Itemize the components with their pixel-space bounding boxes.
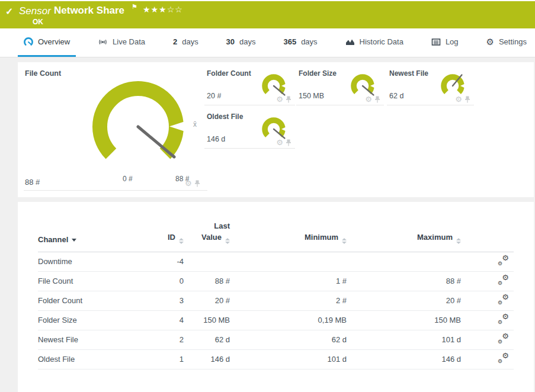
channel-maximum: 146 d xyxy=(347,349,461,369)
gauge-icon xyxy=(24,37,33,47)
sensor-header: ✓ Sensor Network Share ⚑ ★★★☆☆ OK xyxy=(0,1,535,28)
channel-minimum xyxy=(230,252,347,271)
tab-label: Historic Data xyxy=(360,37,403,46)
gear-icon: ⚙ xyxy=(498,300,502,306)
channel-name[interactable]: File Count xyxy=(38,271,145,291)
primary-gauge[interactable] xyxy=(79,76,203,177)
column-header-channel[interactable]: Channel xyxy=(38,202,145,252)
gear-icon: ⚙ xyxy=(502,352,509,359)
channel-maximum: 88 # xyxy=(347,271,461,291)
gear-icon: ⚙ xyxy=(502,274,509,281)
gauge-cell-oldest-file[interactable]: Oldest File 146 d ⚙ xyxy=(204,105,295,149)
gauge-value: 146 d xyxy=(207,135,225,143)
column-header-last-value[interactable]: Last Value xyxy=(184,202,230,252)
gauge-title: Newest File xyxy=(389,69,428,78)
channel-table: Channel ID Last Value Minimum xyxy=(38,202,514,369)
tab-30-days[interactable]: 30 days xyxy=(220,28,262,57)
pin-icon[interactable] xyxy=(464,96,470,103)
sort-arrows-icon xyxy=(342,238,347,244)
column-header-actions xyxy=(461,202,514,252)
channel-settings-icon[interactable]: ⚙⚙ xyxy=(498,354,509,364)
sort-arrows-icon xyxy=(179,238,184,244)
tab-label: Log xyxy=(446,37,459,46)
channel-name[interactable]: Downtime xyxy=(38,252,145,271)
channel-last-value xyxy=(184,252,230,271)
channel-settings-icon[interactable]: ⚙⚙ xyxy=(498,256,509,266)
tab-365-days[interactable]: 365 days xyxy=(277,28,323,57)
channel-id: 0 xyxy=(145,271,184,291)
channel-name[interactable]: Newest File xyxy=(38,330,145,349)
channel-id: -4 xyxy=(145,252,184,271)
channel-settings-icon[interactable]: ⚙⚙ xyxy=(498,275,509,285)
channel-settings-icon[interactable]: ⚙⚙ xyxy=(498,334,509,344)
channel-maximum: 101 d xyxy=(347,330,461,349)
tab-settings[interactable]: ⚙ Settings xyxy=(480,28,533,57)
column-header-minimum[interactable]: Minimum xyxy=(230,202,347,252)
gauge-scale-min: 0 # xyxy=(123,175,133,183)
column-label: Last xyxy=(214,221,230,232)
tab-label: Settings xyxy=(499,37,527,46)
gear-icon: ⚙ xyxy=(498,281,502,286)
tab-number: 2 xyxy=(173,37,177,46)
gauge-cell-folder-size[interactable]: Folder Size 150 MB ⚙ xyxy=(296,62,384,105)
primary-gauge-title: File Count xyxy=(25,69,61,78)
pin-icon[interactable] xyxy=(374,96,380,103)
gear-icon[interactable]: ⚙ xyxy=(276,95,283,103)
table-row-folder-size[interactable]: Folder Size 4 150 MB 0,19 MB 150 MB ⚙⚙ xyxy=(38,310,514,330)
channel-name[interactable]: Folder Count xyxy=(38,291,145,310)
table-row-file-count[interactable]: File Count 0 88 # 1 # 88 # ⚙⚙ xyxy=(38,271,514,291)
tab-bar: Overview Live Data 2 days 30 days 365 da… xyxy=(0,28,535,57)
gauge-title: Folder Size xyxy=(299,69,337,78)
gear-icon[interactable]: ⚙ xyxy=(455,95,462,103)
channel-last-value: 20 # xyxy=(184,291,230,310)
tab-label: days xyxy=(239,37,255,46)
tab-number: 365 xyxy=(283,37,296,46)
tab-log[interactable]: Log xyxy=(425,28,464,57)
column-label: Maximum xyxy=(417,233,453,242)
channel-last-value: 150 MB xyxy=(184,310,230,330)
tab-historic-data[interactable]: Historic Data xyxy=(339,28,409,57)
channel-maximum: 150 MB xyxy=(347,310,461,330)
gear-icon: ⚙ xyxy=(502,293,509,301)
tab-overview[interactable]: Overview xyxy=(18,28,76,57)
content-area: File Count 0 # 88 # x̄ 88 # ⚙ Folder Cou… xyxy=(0,57,535,392)
column-header-maximum[interactable]: Maximum xyxy=(347,202,461,252)
priority-stars[interactable]: ★★★☆☆ xyxy=(143,5,183,14)
gauge-cell-newest-file[interactable]: Newest File 62 d ⚙ xyxy=(387,62,474,105)
channel-minimum: 2 # xyxy=(230,291,347,310)
tab-number: 30 xyxy=(226,37,235,46)
channel-settings-icon[interactable]: ⚙⚙ xyxy=(498,295,509,305)
gear-icon[interactable]: ⚙ xyxy=(276,139,283,146)
column-header-id[interactable]: ID xyxy=(145,202,184,252)
tab-live-data[interactable]: Live Data xyxy=(92,28,151,57)
gear-icon[interactable]: ⚙ xyxy=(365,95,372,103)
pin-icon[interactable] xyxy=(194,180,200,187)
channel-name[interactable]: Oldest File xyxy=(38,349,145,369)
table-row-oldest-file[interactable]: Oldest File 1 146 d 101 d 146 d ⚙⚙ xyxy=(38,349,514,369)
tab-2-days[interactable]: 2 days xyxy=(167,28,204,57)
sort-arrows-icon xyxy=(225,238,230,244)
gear-icon: ⚙ xyxy=(498,320,502,325)
gauge-title: Folder Count xyxy=(207,69,251,78)
cell-divider xyxy=(24,190,207,191)
gear-icon[interactable]: ⚙ xyxy=(185,179,192,187)
table-row-folder-count[interactable]: Folder Count 3 20 # 2 # 20 # ⚙⚙ xyxy=(38,291,514,310)
table-row-newest-file[interactable]: Newest File 2 62 d 62 d 101 d ⚙⚙ xyxy=(38,330,514,349)
gauge-value: 62 d xyxy=(389,92,403,100)
stars-empty[interactable]: ☆☆ xyxy=(167,5,183,14)
channel-name[interactable]: Folder Size xyxy=(38,310,145,330)
gear-icon: ⚙ xyxy=(498,339,502,345)
pin-icon[interactable] xyxy=(286,96,291,103)
channel-settings-icon[interactable]: ⚙⚙ xyxy=(498,314,509,324)
table-row-downtime[interactable]: Downtime -4 ⚙⚙ xyxy=(38,252,514,271)
flag-icon[interactable]: ⚑ xyxy=(132,3,137,11)
channel-minimum: 1 # xyxy=(230,271,347,291)
column-label: Minimum xyxy=(305,233,338,242)
channel-last-value: 88 # xyxy=(184,271,230,291)
pin-icon[interactable] xyxy=(286,139,291,146)
column-label: Channel xyxy=(38,235,68,244)
gauge-title: Oldest File xyxy=(207,113,243,121)
channel-maximum: 20 # xyxy=(347,291,461,310)
gauge-cell-folder-count[interactable]: Folder Count 20 # ⚙ xyxy=(204,62,295,105)
stars-filled[interactable]: ★★★ xyxy=(143,5,167,14)
